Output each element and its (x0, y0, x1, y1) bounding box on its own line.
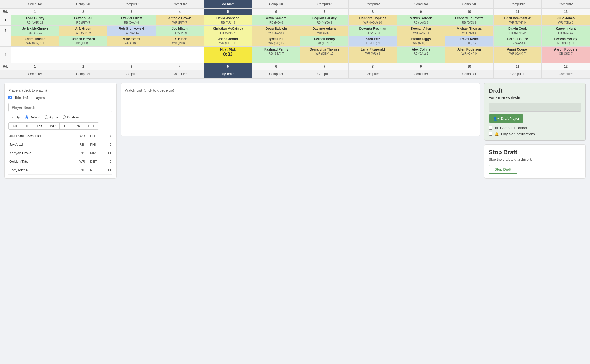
pick-r2-c4[interactable]: Joe MixonRB (CIN) 9 (156, 25, 204, 36)
pick-r3-c5[interactable]: Josh GordonWR (CLE) 11 (204, 36, 252, 46)
pick-r4-c3[interactable] (107, 46, 156, 63)
tab-pk[interactable]: PK (72, 123, 84, 129)
list-item[interactable]: Jay Ajayi RB PHI 9 (8, 140, 112, 149)
list-item[interactable]: Kenyan Drake RB MIA 11 (8, 149, 112, 157)
col-num-bot-7: 7 (300, 63, 349, 70)
col-header-8: Computer (349, 0, 397, 9)
pick-r3-c7[interactable]: Derrick HenryRB (TEN) 8 (300, 36, 349, 46)
pick-r1-c11[interactable]: Odell Beckham JrWR (NYG) 9 (493, 15, 542, 26)
sort-default-label[interactable]: Default (25, 115, 40, 119)
col-num-10: 10 (445, 9, 494, 15)
pick-r2-c3[interactable]: Rob GronkowskiTE (NE) 11 (107, 25, 156, 36)
sort-alpha-radio[interactable] (45, 115, 48, 119)
pick-r4-c10[interactable]: Allen RobinsonWR (CHI) 9 (445, 46, 494, 63)
pick-r3-c3[interactable]: Mike EvansWR (TB) 5 (107, 36, 156, 46)
tab-te[interactable]: TE (60, 123, 72, 129)
pick-r1-c4[interactable]: Antonio BrownWR (PIT) 7 (156, 15, 204, 26)
pick-r4-c8[interactable]: Larry FitzgeraldWR (ARI) 9 (349, 46, 397, 63)
col-header-4: Computer (156, 0, 204, 9)
col-num-3: 3 (107, 9, 156, 15)
col-foot-2: Computer (59, 70, 107, 78)
pick-r3-c6[interactable]: Tyreek HillWR (KC) 12 (252, 36, 300, 46)
pick-r4-c1[interactable] (11, 46, 59, 63)
pick-r2-c2[interactable]: A.J. GreenWR (CIN) 9 (59, 25, 107, 36)
pick-r4-c12[interactable]: Aaron RodgersQB (GB) 7 (542, 46, 590, 63)
pick-r2-c1[interactable]: Jerick McKinnonRB (SF) 10 (11, 25, 59, 36)
play-alert-checkbox[interactable] (489, 132, 492, 136)
pick-r2-c5[interactable]: Christian McCaffreyRB (CAR) 4 (204, 25, 252, 36)
pick-r1-c12[interactable]: Julio JonesWR (ATL) 8 (542, 15, 590, 26)
pick-r3-c12[interactable]: LeSean McCoyRB (BUF) 11 (542, 36, 590, 46)
computer-control-checkbox[interactable] (489, 126, 492, 130)
pick-r1-c3[interactable]: Ezekiel ElliottRB (DAL) 8 (107, 15, 156, 26)
pick-r2-c10[interactable]: Michael ThomasWR (NO) 6 (445, 25, 494, 36)
pick-r2-c9[interactable]: Keenan AllenWR (LAC) 8 (397, 25, 445, 36)
pick-r1-c1[interactable]: Todd GurleyRB (LAR) 12 (11, 15, 59, 26)
col-num-bot-8: 8 (349, 63, 397, 70)
stop-draft-button[interactable]: Stop Draft (489, 165, 517, 174)
pick-r1-c2[interactable]: LeVeon BellRB (PIT) 7 (59, 15, 107, 26)
pick-r4-c4[interactable] (156, 46, 204, 63)
watchlist-panel: Watch List (click to queue up) (121, 83, 480, 136)
pick-r3-c1[interactable]: Adam ThielenWR (MIN) 10 (11, 36, 59, 46)
pick-r2-c6[interactable]: Doug BaldwinWR (SEA) 7 (252, 25, 300, 36)
pick-r1-c7[interactable]: Saquon BarkleyRB (NYG) 9 (300, 15, 349, 26)
col-header-1: Computer (11, 0, 59, 9)
tab-wr[interactable]: WR (46, 123, 60, 129)
stop-draft-panel: Stop Draft Stop the draft and archive it… (484, 144, 586, 179)
pick-r4-c5[interactable]: Next Pick0:33← (204, 46, 252, 63)
list-item[interactable]: Golden Tate WR DET 6 (8, 157, 112, 166)
col-foot-4: Computer (156, 70, 204, 78)
pick-r3-c9[interactable]: Stefon DiggsWR (MIN) 10 (397, 36, 445, 46)
col-num-bot-10: 10 (445, 63, 494, 70)
pick-r2-c7[interactable]: Davante AdamsWR (GB) 7 (300, 25, 349, 36)
position-tabs: All QB RB WR TE PK DEF (8, 122, 99, 130)
pick-r2-c11[interactable]: Dalvin CookRB (MIN) 10 (493, 25, 542, 36)
draft-player-button[interactable]: 👤+ Draft Player (489, 114, 523, 123)
round-num-2: 2 (0, 25, 11, 36)
rd-header (0, 0, 11, 9)
draft-player-input[interactable] (489, 103, 581, 112)
pick-r1-c6[interactable]: Alvin KamaraRB (NO) 6 (252, 15, 300, 26)
pick-r1-c9[interactable]: Melvin GordonRB (LAC) 8 (397, 15, 445, 26)
sort-alpha-label[interactable]: Alpha (45, 115, 58, 119)
sort-custom-radio[interactable] (63, 115, 66, 119)
pick-r4-c6[interactable]: Rashaad PennyRB (SEA) 7 (252, 46, 300, 63)
pick-r2-c12[interactable]: Kareem HuntRB (KC) 12 (542, 25, 590, 36)
pick-r1-c8[interactable]: DeAndre HopkinsWR (HOU) 10 (349, 15, 397, 26)
col-header-11: Computer (493, 0, 542, 9)
hide-drafted-label: Hide drafted players (14, 96, 45, 100)
sort-custom-label[interactable]: Custom (63, 115, 79, 119)
col-header-12: Computer (542, 0, 590, 9)
hide-drafted-row: Hide drafted players (8, 96, 112, 100)
search-input[interactable] (8, 103, 112, 112)
pick-r4-c2[interactable] (59, 46, 107, 63)
pick-r4-c11[interactable]: Amari CooperWR (OAK) 7 (493, 46, 542, 63)
tab-qb[interactable]: QB (21, 123, 34, 129)
pick-r3-c10[interactable]: Travis KelceTE (KC) 12 (445, 36, 494, 46)
pick-r3-c8[interactable]: Zach ErtzTE (PHI) 9 (349, 36, 397, 46)
pick-r4-c9[interactable]: Alex CollinsRB (BAL) 7 (397, 46, 445, 63)
list-item[interactable]: JuJu Smith-Schuster WR PIT 7 (8, 132, 112, 140)
list-item[interactable]: Sony Michel RB NE 11 (8, 166, 112, 175)
tab-all[interactable]: All (9, 123, 21, 129)
pick-r3-c4[interactable]: T.Y. HiltonWR (IND) 9 (156, 36, 204, 46)
tab-rb[interactable]: RB (33, 123, 46, 129)
sort-default-radio[interactable] (25, 115, 28, 119)
draft-title: Draft (489, 87, 581, 94)
pick-r1-c5[interactable]: David JohnsonRB (ARI) 9 (204, 15, 252, 26)
hide-drafted-checkbox[interactable] (8, 96, 12, 99)
pick-r1-c10[interactable]: Leonard FournetteRB (JAX) 9 (445, 15, 494, 26)
col-foot-1: Computer (11, 70, 59, 78)
pick-r4-c7[interactable]: Demaryius ThomasWR (DEN) 10 (300, 46, 349, 63)
col-header-9: Computer (397, 0, 445, 9)
computer-control-option: 🖥 Computer control (489, 126, 581, 130)
tab-def[interactable]: DEF (84, 123, 99, 129)
bell-icon: 🔔 (495, 132, 499, 136)
col-num-7: 7 (300, 9, 349, 15)
pick-r2-c8[interactable]: Devonta FreemanRB (ATL) 8 (349, 25, 397, 36)
pick-r3-c2[interactable]: Jordan HowardRB (CHI) 5 (59, 36, 107, 46)
pick-r3-c11[interactable]: Derrius GuiceRB (WAS) 4 (493, 36, 542, 46)
col-num-bot-3: 3 (107, 63, 156, 70)
draft-table: Computer Computer Computer Computer My T… (0, 0, 590, 78)
